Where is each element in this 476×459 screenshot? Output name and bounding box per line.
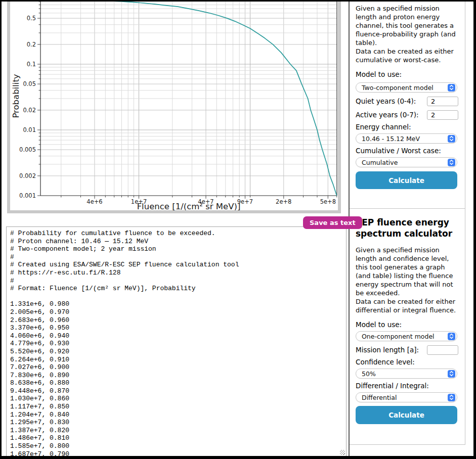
confidence-level-select-value: 50% [362,370,376,378]
svg-text:5e+8: 5e+8 [320,198,336,205]
spectrum-calculator-panel: SEP fluence energy spectrum calculator G… [350,209,465,445]
svg-text:4e+6: 4e+6 [86,198,102,205]
model-select[interactable]: Two-component model [356,82,457,93]
panel1-description: Given a specified mission length and pro… [356,4,458,64]
svg-text:Probability: Probability [11,74,21,118]
mission-length-label: Mission length [a]: [356,346,419,354]
confidence-level-select[interactable]: 50% [356,369,457,379]
page-frame: 0.50.20.10.050.020.010.0050.0020.0014e+6… [0,0,476,459]
select-stepper-icon [448,333,455,340]
model-select-2[interactable]: One-component model [356,331,457,341]
resize-handle[interactable] [340,450,345,455]
output-text: # Probability for cumulative fluence to … [7,227,346,456]
svg-text:Fluence [1/(cm² sr MeV)]: Fluence [1/(cm² sr MeV)] [137,202,241,210]
select-stepper-icon [448,135,455,143]
select-stepper-icon [448,394,455,401]
fluence-probability-chart: 0.50.20.10.050.020.010.0050.0020.0014e+6… [10,0,338,210]
calculate-button-spectrum[interactable]: Calculate [356,406,457,424]
cumulative-worst-label: Cumulative / Worst case: [356,147,458,155]
spectrum-panel-title: SEP fluence energy spectrum calculator [356,217,458,239]
differential-integral-select-value: Differential [362,394,397,401]
svg-text:0.002: 0.002 [19,172,36,179]
active-years-label: Active years (0-7): [356,111,419,119]
model-select-value: Two-component model [362,84,434,91]
fluence-probability-chart-card: 0.50.20.10.050.020.010.0050.0020.0014e+6… [7,0,341,213]
active-years-row: Active years (0-7): [356,110,458,120]
frame-edge [0,0,476,2]
differential-integral-select[interactable]: Differential [356,392,457,402]
select-stepper-icon [448,370,455,378]
cumulative-worst-select-value: Cumulative [362,159,398,166]
sidebar: Given a specified mission length and pro… [350,0,465,459]
svg-text:0.005: 0.005 [19,146,36,153]
select-stepper-icon [448,159,455,166]
svg-text:0.02: 0.02 [23,107,36,114]
calculate-button-probability[interactable]: Calculate [356,171,457,189]
frame-edge [0,0,2,459]
energy-channel-select[interactable]: 10.46 - 15.12 MeV [356,133,457,144]
svg-text:0.2: 0.2 [27,41,36,48]
svg-text:2e+8: 2e+8 [276,198,291,205]
svg-text:0.5: 0.5 [27,15,36,22]
svg-text:0.01: 0.01 [23,126,36,133]
svg-text:0.001: 0.001 [19,192,36,199]
select-stepper-icon [448,84,455,91]
quiet-years-row: Quiet years (0-4): [356,97,458,106]
svg-text:0.05: 0.05 [23,80,36,87]
save-as-text-button[interactable]: Save as text [303,216,362,229]
model-label: Model to use: [356,70,458,79]
mission-length-input[interactable] [427,345,458,355]
fluence-probability-panel: Given a specified mission length and pro… [350,0,465,209]
model-select-2-value: One-component model [362,333,435,340]
active-years-input[interactable] [427,110,458,120]
energy-channel-select-value: 10.46 - 15.12 MeV [362,135,420,143]
quiet-years-input[interactable] [427,97,458,106]
mission-length-row: Mission length [a]: [356,345,458,355]
energy-channel-label: Energy channel: [356,123,458,131]
confidence-level-label: Confidence level: [356,358,458,366]
frame-edge [473,0,476,459]
differential-integral-label: Differential / Integral: [356,382,458,390]
panel2-description: Given a specified mission length and con… [356,246,458,314]
frame-edge [0,456,476,459]
model-label-2: Model to use: [356,320,458,329]
cumulative-worst-select[interactable]: Cumulative [356,157,457,167]
output-textarea[interactable]: # Probability for cumulative fluence to … [6,226,347,456]
quiet-years-label: Quiet years (0-4): [356,97,416,106]
svg-text:0.1: 0.1 [27,61,36,68]
